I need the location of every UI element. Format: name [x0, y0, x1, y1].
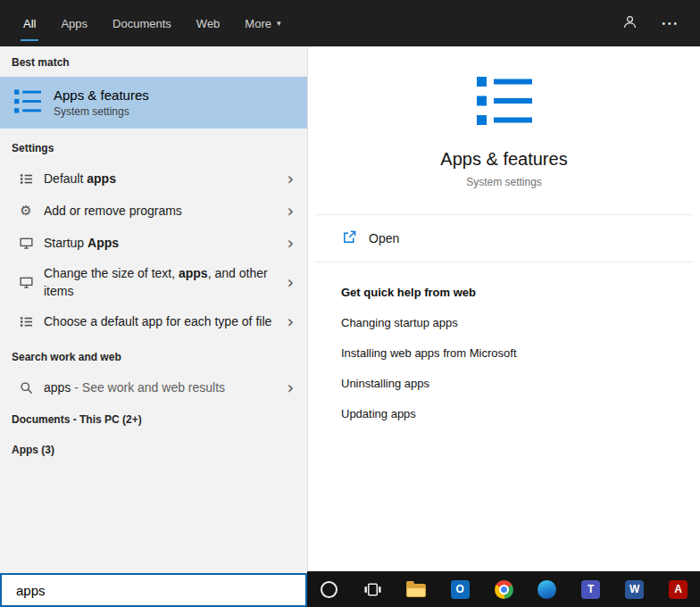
help-section: Get quick help from web Changing startup… — [308, 262, 700, 420]
label-match: Apps — [88, 236, 119, 250]
settings-item-label: Startup Apps — [44, 234, 282, 252]
word-icon: W — [625, 580, 644, 599]
label-pre: Add or remove programs — [44, 204, 182, 218]
chrome-button[interactable] — [482, 571, 526, 607]
chevron-right-icon: › — [282, 379, 298, 396]
settings-item-label: Change the size of text, apps, and other… — [44, 264, 282, 300]
word-button[interactable]: W — [612, 571, 656, 607]
search-box — [0, 573, 307, 607]
user-account-icon[interactable] — [622, 14, 638, 33]
apps-group-header: Apps (3) — [0, 434, 307, 464]
preview-panel: Apps & features System settings Open Get… — [307, 46, 700, 571]
chevron-right-icon: › — [282, 235, 298, 252]
label-match: apps — [179, 266, 208, 280]
outlook-icon: O — [451, 580, 470, 599]
settings-item-add-remove-programs[interactable]: ⚙ Add or remove programs › — [0, 195, 307, 227]
tab-apps[interactable]: Apps — [61, 0, 88, 46]
label-match: apps — [87, 171, 116, 186]
task-view-icon — [363, 580, 382, 599]
help-link-uninstalling-apps[interactable]: Uninstalling apps — [341, 377, 673, 390]
apps-features-icon-large — [477, 76, 532, 126]
caret-down-icon: ▾ — [277, 19, 281, 28]
taskbar: O T W A — [307, 571, 700, 607]
search-tabs-bar: All Apps Documents Web More ▾ ••• — [0, 0, 700, 46]
best-match-title: Apps & features — [54, 87, 149, 103]
label-pre: Change the size of text, — [44, 266, 179, 280]
settings-item-label: Add or remove programs — [44, 202, 282, 220]
default-apps-icon — [18, 172, 34, 186]
label-pre: Startup — [44, 236, 88, 250]
best-match-header: Best match — [0, 46, 307, 77]
tab-more[interactable]: More ▾ — [245, 0, 280, 46]
chevron-right-icon: › — [282, 313, 298, 330]
tab-documents[interactable]: Documents — [112, 0, 171, 46]
preview-title: Apps & features — [308, 149, 700, 170]
search-icon — [18, 381, 34, 395]
open-button[interactable]: Open — [308, 215, 700, 262]
chevron-right-icon: › — [282, 274, 298, 291]
apps-features-icon — [14, 89, 41, 117]
help-header: Get quick help from web — [341, 286, 673, 299]
cortana-icon — [321, 581, 338, 598]
tab-label: Apps — [61, 17, 88, 30]
settings-item-label: Default apps — [44, 170, 282, 187]
query-text: apps — [44, 380, 71, 395]
tab-label: More — [245, 17, 271, 30]
help-link-installing-web-apps[interactable]: Installing web apps from Microsoft — [341, 346, 673, 360]
topbar-actions: ••• — [622, 0, 700, 46]
tab-all[interactable]: All — [23, 0, 36, 46]
windows-search-flyout: All Apps Documents Web More ▾ ••• Best m… — [0, 0, 700, 607]
display-size-icon — [18, 276, 34, 289]
label-pre: Default — [44, 171, 87, 186]
web-search-label: apps - See work and web results — [44, 378, 282, 396]
acrobat-icon: A — [669, 580, 688, 599]
web-search-header: Search work and web — [0, 337, 307, 371]
settings-item-label: Choose a default app for each type of fi… — [44, 312, 282, 330]
web-search-item[interactable]: apps - See work and web results › — [0, 371, 307, 403]
chevron-right-icon: › — [282, 170, 298, 187]
search-input[interactable] — [2, 575, 305, 605]
settings-item-startup-apps[interactable]: Startup Apps › — [0, 227, 307, 259]
teams-button[interactable]: T — [569, 571, 612, 607]
help-link-updating-apps[interactable]: Updating apps — [341, 407, 673, 420]
results-panel: Best match Apps & features System settin… — [0, 46, 307, 573]
suggestion-text: - See work and web results — [71, 380, 225, 395]
tab-label: Web — [196, 17, 221, 30]
label-pre: Choose a default app for each type of fi… — [44, 314, 271, 328]
acrobat-button[interactable]: A — [656, 571, 700, 607]
open-label: Open — [369, 231, 399, 245]
teams-icon: T — [581, 580, 600, 599]
tab-web[interactable]: Web — [196, 0, 221, 46]
best-match-subtitle: System settings — [54, 105, 149, 118]
tabs: All Apps Documents Web More ▾ — [0, 0, 281, 46]
best-match-item[interactable]: Apps & features System settings — [0, 77, 307, 129]
best-match-text: Apps & features System settings — [54, 87, 149, 118]
file-explorer-button[interactable] — [395, 571, 438, 607]
tab-label: All — [23, 17, 36, 30]
help-link-changing-startup-apps[interactable]: Changing startup apps — [341, 316, 673, 329]
edge-button[interactable] — [525, 571, 569, 607]
task-view-button[interactable] — [351, 571, 395, 607]
settings-item-default-app-file-type[interactable]: Choose a default app for each type of fi… — [0, 305, 307, 337]
open-icon — [342, 229, 357, 247]
tab-label: Documents — [112, 17, 171, 30]
chevron-right-icon: › — [282, 203, 298, 220]
outlook-button[interactable]: O — [438, 571, 482, 607]
chrome-icon — [495, 580, 513, 599]
gear-icon: ⚙ — [18, 204, 34, 218]
file-association-icon — [18, 315, 34, 328]
more-options-icon[interactable]: ••• — [662, 19, 679, 29]
file-explorer-icon — [406, 584, 426, 597]
cortana-button[interactable] — [307, 571, 351, 607]
preview-subtitle: System settings — [308, 176, 700, 188]
documents-group-header: Documents - This PC (2+) — [0, 403, 307, 434]
monitor-icon — [18, 237, 34, 250]
settings-header: Settings — [0, 129, 307, 162]
settings-item-default-apps[interactable]: Default apps › — [0, 162, 307, 195]
settings-item-display-size[interactable]: Change the size of text, apps, and other… — [0, 259, 307, 305]
edge-icon — [538, 580, 556, 599]
